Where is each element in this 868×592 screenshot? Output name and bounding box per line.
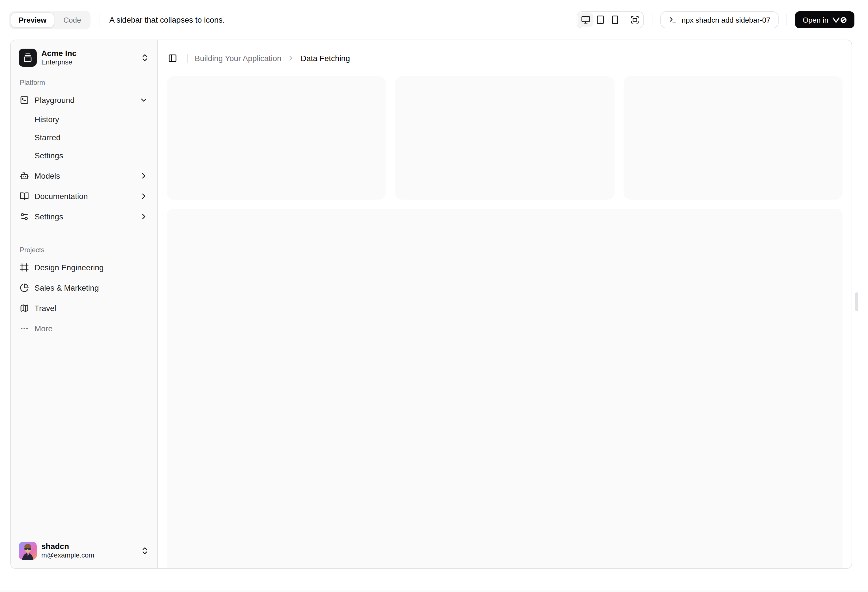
square-terminal-icon: [20, 96, 29, 105]
pie-chart-icon: [20, 283, 29, 292]
placeholder-card: [167, 76, 386, 200]
sidebar-item-label: Documentation: [34, 192, 88, 201]
sidebar-subitem-settings[interactable]: Settings: [30, 147, 153, 163]
chevron-right-icon: [139, 171, 148, 180]
chevron-right-icon: [287, 54, 295, 62]
user-meta: shadcn m@example.com: [41, 541, 136, 560]
sidebar-item-travel[interactable]: Travel: [15, 299, 153, 317]
chevrons-up-down-icon: [140, 53, 149, 62]
sidebar-subitem-history[interactable]: History: [30, 111, 153, 127]
toolbar-divider: [100, 13, 100, 27]
open-in-v0-button[interactable]: Open in: [795, 11, 855, 28]
sidebar-item-label: Settings: [34, 212, 63, 221]
sidebar-nav: PlatformPlaygroundHistoryStarredSettings…: [15, 71, 153, 337]
tablet-view-button[interactable]: [593, 12, 607, 27]
sidebar-toggle-button[interactable]: [165, 50, 180, 66]
sidebar: Acme Inc Enterprise PlatformPlaygroundHi…: [11, 40, 158, 568]
sidebar-section-projects: ProjectsDesign EngineeringSales & Market…: [15, 238, 153, 337]
sidebar-item-label: Travel: [34, 303, 56, 313]
org-switcher-button[interactable]: Acme Inc Enterprise: [15, 45, 153, 71]
ellipsis-icon: [20, 324, 29, 333]
content-area: [158, 76, 852, 568]
settings-icon: [20, 212, 29, 221]
sidebar-item-label: Playground: [34, 96, 75, 105]
breadcrumb-parent-link[interactable]: Building Your Application: [195, 54, 282, 63]
chevron-down-icon: [139, 96, 148, 105]
block-description: A sidebar that collapses to icons.: [109, 15, 224, 24]
panel-left-icon: [168, 54, 177, 63]
v0-logo-icon: [833, 16, 847, 24]
sidebar-item-label: Sales & Marketing: [34, 283, 99, 292]
device-size-toggle-group: [576, 11, 644, 28]
desktop-view-button[interactable]: [578, 12, 593, 27]
tab-preview[interactable]: Preview: [11, 12, 54, 27]
sidebar-item-sales-marketing[interactable]: Sales & Marketing: [15, 279, 153, 297]
open-in-label: Open in: [803, 16, 828, 24]
user-email: m@example.com: [41, 552, 136, 560]
fullscreen-icon: [630, 15, 639, 24]
user-name: shadcn: [41, 541, 136, 551]
device-group-divider: [624, 15, 625, 24]
nav-list: Design EngineeringSales & MarketingTrave…: [15, 258, 153, 337]
placeholder-card-row: [167, 76, 843, 200]
chevron-right-icon: [139, 212, 148, 221]
sidebar-item-playground[interactable]: Playground: [15, 91, 153, 109]
sidebar-item-label: Design Engineering: [34, 263, 103, 272]
breadcrumb-current: Data Fetching: [301, 54, 350, 63]
bot-icon: [20, 171, 29, 180]
placeholder-panel: [167, 209, 843, 568]
user-menu-button[interactable]: shadcn m@example.com: [15, 538, 153, 564]
sidebar-item-more[interactable]: More: [15, 320, 153, 337]
gallery-vertical-end-icon: [19, 49, 37, 67]
monitor-icon: [581, 15, 590, 24]
toolbar-divider: [787, 14, 787, 25]
fullscreen-view-button[interactable]: [627, 12, 642, 27]
placeholder-card: [623, 76, 843, 200]
toolbar-divider: [652, 14, 652, 25]
header-divider: [187, 54, 188, 63]
command-text: npx shadcn add sidebar-07: [682, 16, 771, 24]
sidebar-item-documentation[interactable]: Documentation: [15, 187, 153, 205]
placeholder-card: [395, 76, 614, 200]
sidebar-item-settings[interactable]: Settings: [15, 208, 153, 225]
mobile-view-button[interactable]: [607, 12, 622, 27]
map-icon: [20, 303, 29, 313]
preview-toolbar: PreviewCode A sidebar that collapses to …: [0, 0, 868, 40]
tablet-icon: [596, 15, 605, 24]
sidebar-section-platform: PlatformPlaygroundHistoryStarredSettings…: [15, 71, 153, 225]
page-scrollbar-thumb[interactable]: [855, 292, 858, 311]
sidebar-item-label: Models: [34, 171, 60, 180]
chevron-right-icon: [139, 192, 148, 201]
frame-icon: [20, 263, 29, 272]
page: PreviewCode A sidebar that collapses to …: [0, 0, 868, 592]
terminal-icon: [669, 16, 676, 24]
org-meta: Acme Inc Enterprise: [41, 48, 136, 67]
nav-list: PlaygroundHistoryStarredSettingsModelsDo…: [15, 91, 153, 225]
section-label-platform: Platform: [15, 79, 153, 87]
sub-list-playground: HistoryStarredSettings: [24, 111, 153, 163]
sidebar-item-design-engineering[interactable]: Design Engineering: [15, 258, 153, 277]
main-content: Building Your Application Data Fetching: [158, 40, 852, 568]
sidebar-item-label: More: [34, 324, 53, 333]
smartphone-icon: [610, 15, 619, 24]
chevrons-up-down-icon: [140, 546, 149, 555]
org-name: Acme Inc: [41, 48, 136, 58]
next-section-edge: [0, 590, 868, 592]
view-mode-tabs: PreviewCode: [9, 10, 90, 29]
book-open-icon: [20, 192, 29, 201]
breadcrumb: Building Your Application Data Fetching: [195, 54, 350, 63]
sidebar-item-models[interactable]: Models: [15, 167, 153, 185]
user-avatar: [19, 542, 37, 560]
sidebar-subitem-starred[interactable]: Starred: [30, 130, 153, 145]
tab-code[interactable]: Code: [55, 12, 89, 27]
preview-frame: Acme Inc Enterprise PlatformPlaygroundHi…: [10, 40, 852, 569]
section-label-projects: Projects: [15, 246, 153, 254]
copy-command-button[interactable]: npx shadcn add sidebar-07: [660, 11, 779, 28]
content-header: Building Your Application Data Fetching: [158, 40, 852, 76]
org-plan: Enterprise: [41, 58, 136, 67]
